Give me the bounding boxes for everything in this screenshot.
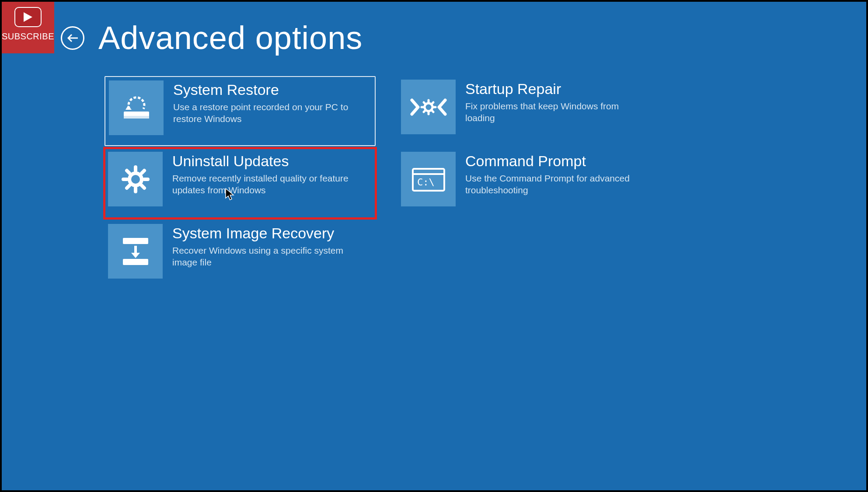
back-button[interactable]	[61, 26, 84, 50]
tile-uninstall-updates[interactable]: Uninstall Updates Remove recently instal…	[105, 148, 376, 218]
svg-line-22	[142, 185, 144, 188]
page-title: Advanced options	[98, 19, 363, 56]
svg-text:C:\: C:\	[417, 177, 435, 188]
tile-title: Startup Repair	[465, 80, 649, 98]
page-header: Advanced options	[61, 19, 363, 56]
tile-title: Command Prompt	[465, 153, 649, 170]
svg-rect-3	[124, 116, 149, 119]
play-icon	[14, 7, 42, 27]
tile-system-image-recovery[interactable]: System Image Recovery Recover Windows us…	[105, 220, 376, 290]
svg-line-21	[127, 185, 129, 188]
svg-rect-27	[123, 259, 148, 265]
tile-startup-repair[interactable]: Startup Repair Fix problems that keep Wi…	[397, 76, 669, 146]
svg-line-13	[432, 111, 433, 112]
tile-title: System Restore	[173, 81, 357, 98]
arrow-left-icon	[66, 33, 79, 43]
tile-description: Use the Command Prompt for advanced trou…	[465, 172, 649, 196]
svg-line-20	[142, 171, 144, 173]
tile-description: Recover Windows using a specific system …	[172, 244, 356, 269]
tile-title: System Image Recovery	[172, 225, 356, 242]
tile-description: Remove recently installed quality or fea…	[172, 172, 356, 196]
svg-line-11	[432, 102, 433, 104]
system-restore-icon	[109, 80, 164, 135]
svg-rect-26	[123, 238, 148, 244]
svg-line-10	[424, 102, 425, 104]
subscribe-badge[interactable]: SUBSCRIBE	[2, 2, 54, 53]
svg-line-19	[127, 171, 129, 173]
options-grid: System Restore Use a restore point recor…	[105, 76, 669, 290]
svg-marker-29	[131, 253, 140, 258]
command-prompt-icon: C:\	[401, 152, 456, 206]
svg-point-14	[129, 173, 142, 185]
tile-description: Fix problems that keep Windows from load…	[465, 100, 649, 124]
tile-title: Uninstall Updates	[172, 153, 356, 170]
tile-system-restore[interactable]: System Restore Use a restore point recor…	[105, 76, 376, 146]
svg-marker-0	[24, 12, 32, 22]
system-image-recovery-icon	[108, 224, 163, 279]
svg-line-12	[424, 111, 425, 112]
subscribe-label: SUBSCRIBE	[2, 31, 54, 42]
tile-command-prompt[interactable]: C:\ Command Prompt Use the Command Promp…	[397, 148, 669, 218]
svg-marker-4	[125, 105, 132, 110]
uninstall-updates-icon	[108, 152, 163, 206]
tile-description: Use a restore point recorded on your PC …	[173, 101, 357, 125]
startup-repair-icon	[401, 80, 456, 134]
